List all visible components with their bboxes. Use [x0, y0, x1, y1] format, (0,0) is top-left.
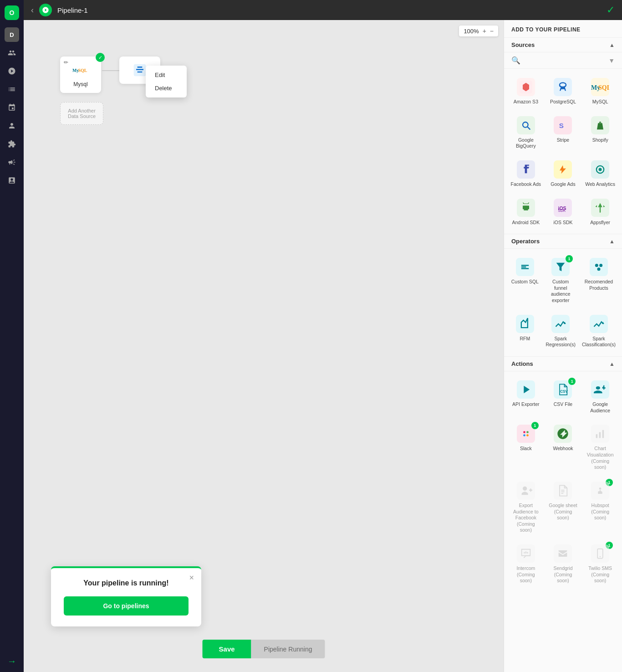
google-ads-icon	[554, 160, 572, 179]
svg-point-42	[526, 434, 529, 436]
graph-icon[interactable]	[5, 100, 19, 115]
mysql-node[interactable]: ✓ ✏ My SQL Mysql	[60, 56, 101, 93]
sendgrid-label: Sendgrid (Coming soon)	[548, 565, 579, 584]
facebook-ads-item[interactable]: Facebook Ads	[508, 155, 544, 192]
csv-file-item[interactable]: 1 CSV CSV File	[545, 375, 581, 418]
context-menu-delete[interactable]: Delete	[146, 82, 187, 95]
context-menu-edit[interactable]: Edit	[146, 68, 187, 82]
spark-classification-item[interactable]: Spark Classification(s)	[579, 309, 618, 353]
svg-text:CSV: CSV	[561, 390, 568, 394]
google-bigquery-icon	[517, 116, 535, 134]
google-sheet-item[interactable]: Google sheet (Coming soon)	[545, 476, 581, 538]
sources-label: Sources	[511, 41, 535, 48]
person-icon[interactable]	[5, 118, 19, 133]
sidebar-arrow[interactable]: →	[7, 656, 16, 667]
svg-rect-38	[520, 427, 532, 440]
check-icon: ✓	[607, 4, 615, 16]
search-input[interactable]	[524, 57, 605, 64]
google-ads-item[interactable]: Google Ads	[545, 155, 581, 192]
megaphone-icon[interactable]	[5, 155, 19, 169]
recommended-products-label: Recomended Products	[582, 279, 616, 291]
slack-item[interactable]: 1 Slack	[508, 419, 544, 475]
web-analytics-item[interactable]: Web Analytics	[582, 155, 618, 192]
svg-rect-37	[594, 383, 607, 396]
search-bar: 🔍 ▼	[504, 52, 622, 69]
notification-close-button[interactable]: ×	[189, 574, 194, 582]
custom-sql-icon	[516, 258, 534, 276]
context-menu: Edit Delete	[146, 66, 187, 97]
actions-chevron: ▲	[609, 361, 615, 367]
rfm-label: RFM	[520, 336, 530, 342]
custom-sql-item[interactable]: Custom SQL	[508, 252, 542, 308]
android-sdk-label: Android SDK	[512, 220, 540, 226]
export-facebook-item[interactable]: Export Audience to Facebook (Coming soon…	[508, 476, 544, 538]
intercom-item[interactable]: Intercom (Coming soon)	[508, 539, 544, 589]
intercom-label: Intercom (Coming soon)	[510, 565, 541, 584]
svg-rect-53	[525, 551, 526, 554]
actions-grid: API Exporter 1 CSV CSV File Google Audie…	[504, 371, 622, 592]
google-audience-item[interactable]: Google Audience	[582, 375, 618, 418]
facebook-ads-label: Facebook Ads	[511, 181, 541, 188]
user-avatar[interactable]: D	[5, 27, 19, 42]
amazon-s3-label: Amazon S3	[514, 99, 538, 105]
postgresql-item[interactable]: PostgreSQL	[545, 72, 581, 110]
notification-title: Your pipeline is running!	[64, 579, 189, 587]
report-icon[interactable]	[5, 173, 19, 188]
filter-icon[interactable]: ▼	[608, 57, 615, 64]
svg-point-58	[600, 556, 601, 557]
go-to-pipelines-button[interactable]: Go to pipelines	[64, 596, 189, 616]
twilio-sms-item[interactable]: 1 Twilio SMS (Coming soon)	[582, 539, 618, 589]
google-bigquery-item[interactable]: Google BigQuery	[508, 111, 544, 154]
app-logo[interactable]: O	[5, 5, 19, 20]
back-button[interactable]: ‹	[31, 5, 34, 15]
spark-classification-icon	[590, 315, 608, 333]
api-exporter-item[interactable]: API Exporter	[508, 375, 544, 418]
slack-label: Slack	[520, 446, 532, 452]
stripe-item[interactable]: S Stripe	[545, 111, 581, 154]
spark-regression-icon	[551, 315, 570, 333]
right-panel: ADD TO YOUR PIPELINE Sources ▲ 🔍 ▼ Amazo…	[504, 20, 622, 672]
canvas-content: 100% + − ✓ ✏ My SQL Mysql Edit	[24, 20, 504, 672]
operators-chevron: ▲	[609, 238, 615, 245]
amazon-s3-item[interactable]: Amazon S3	[508, 72, 544, 110]
zoom-in-button[interactable]: +	[483, 27, 486, 35]
recommended-products-item[interactable]: Recomended Products	[579, 252, 618, 308]
dashboard-icon[interactable]	[5, 82, 19, 97]
actions-section-header[interactable]: Actions ▲	[504, 356, 622, 371]
appsflyer-icon	[591, 199, 609, 217]
operators-section-header[interactable]: Operators ▲	[504, 234, 622, 249]
users-icon[interactable]	[5, 46, 19, 60]
appsflyer-item[interactable]: Appsflyer	[582, 193, 618, 231]
mysql-source-icon: MySQL	[591, 78, 609, 96]
stripe-label: Stripe	[557, 137, 569, 144]
google-ads-label: Google Ads	[551, 181, 575, 188]
save-button[interactable]: Save	[203, 640, 251, 658]
api-exporter-icon	[517, 380, 535, 399]
svg-rect-52	[524, 552, 525, 554]
main-canvas: 100% + − ✓ ✏ My SQL Mysql Edit	[24, 20, 504, 672]
google-sheet-icon	[554, 482, 572, 500]
sources-section-header[interactable]: Sources ▲	[504, 37, 622, 52]
hubspot-item[interactable]: 1 Hubspot (Coming soon)	[582, 476, 618, 538]
api-exporter-label: API Exporter	[512, 401, 540, 408]
group-icon[interactable]	[5, 64, 19, 78]
chart-visualization-item[interactable]: Chart Visualization (Coming soon)	[582, 419, 618, 475]
puzzle-icon[interactable]	[5, 137, 19, 151]
sendgrid-item[interactable]: Sendgrid (Coming soon)	[545, 539, 581, 589]
custom-funnel-item[interactable]: 1 Custom funnel audience exporter	[543, 252, 578, 308]
chart-visualization-icon	[591, 425, 609, 443]
spark-regression-item[interactable]: Spark Regression(s)	[543, 309, 578, 353]
svg-point-17	[599, 168, 602, 171]
zoom-level: 100%	[464, 28, 479, 35]
add-source-node[interactable]: Add AnotherData Source	[60, 102, 103, 125]
zoom-out-button[interactable]: −	[490, 27, 494, 35]
edit-pencil-icon[interactable]: ✏	[64, 59, 68, 66]
ios-sdk-item[interactable]: iOSSDK iOS SDK	[545, 193, 581, 231]
google-sheet-label: Google sheet (Coming soon)	[548, 503, 579, 521]
rfm-item[interactable]: RFM	[508, 309, 542, 353]
android-sdk-item[interactable]: Android SDK	[508, 193, 544, 231]
mysql-source-item[interactable]: MySQL MySQL	[582, 72, 618, 110]
shopify-item[interactable]: Shopify	[582, 111, 618, 154]
webhook-item[interactable]: Webhook	[545, 419, 581, 475]
svg-point-28	[597, 267, 600, 271]
